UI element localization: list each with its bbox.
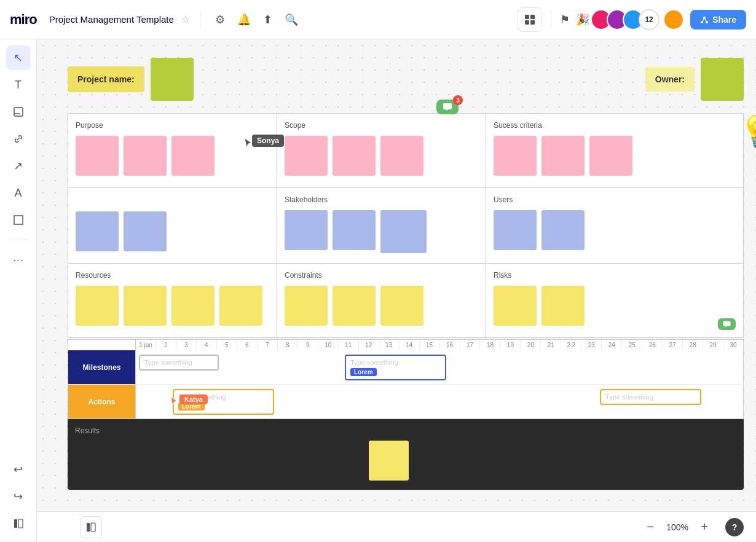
results-sticky[interactable]	[369, 441, 409, 481]
undo-button[interactable]: ↩	[6, 457, 31, 482]
purpose-stickies	[76, 136, 269, 176]
help-button[interactable]: ?	[725, 518, 744, 536]
panel-toggle-btn[interactable]	[80, 516, 102, 538]
owner-sticky[interactable]	[701, 58, 744, 101]
sticky-17[interactable]	[76, 286, 119, 326]
sticky-10[interactable]	[76, 211, 119, 251]
tl-day-10: 10	[318, 340, 339, 350]
sticky-11[interactable]	[124, 211, 167, 251]
tool-cursor[interactable]: ↖	[6, 45, 31, 70]
star-icon[interactable]: ☆	[181, 14, 190, 25]
comment-bubble[interactable]	[718, 318, 736, 330]
sticky-13[interactable]	[333, 210, 376, 250]
zoom-in-button[interactable]: +	[696, 519, 713, 536]
sticky-20[interactable]	[219, 286, 262, 326]
svg-rect-12	[14, 519, 17, 528]
tool-text[interactable]: T	[6, 73, 31, 97]
milestone-badge: Lorem	[350, 368, 377, 376]
search-icon[interactable]: 🔍	[285, 13, 298, 26]
svg-rect-2	[525, 20, 529, 25]
resources-label: Resources	[76, 271, 269, 280]
sticky-25[interactable]	[541, 286, 585, 326]
svg-rect-0	[525, 15, 529, 19]
sticky-1[interactable]	[76, 136, 119, 176]
tool-frame[interactable]	[6, 208, 31, 232]
share-button[interactable]: Share	[690, 10, 746, 29]
cell-risks[interactable]: Risks	[486, 264, 743, 337]
sticky-15[interactable]	[494, 210, 537, 250]
tool-more[interactable]: …	[6, 245, 31, 270]
panel-toggle[interactable]	[6, 511, 31, 536]
action-input-2[interactable]: Type something	[600, 389, 701, 405]
project-sticky[interactable]	[151, 58, 194, 101]
canvas[interactable]: Project name: 3 Owner: Purpose	[37, 39, 756, 542]
tl-day-16: 16	[440, 340, 460, 350]
svg-rect-9	[14, 108, 23, 116]
redo-button[interactable]: ↪	[6, 484, 31, 509]
sticky-16[interactable]	[541, 210, 585, 250]
actions-content[interactable]: Katya Type something Lorem Type somethin…	[136, 385, 743, 418]
header-divider	[200, 10, 200, 29]
bell-icon[interactable]: 🔔	[237, 13, 251, 26]
upload-icon[interactable]: ⬆	[263, 13, 272, 26]
cell-empty[interactable]	[68, 188, 277, 263]
grid-row-3: Resources Constraints	[68, 264, 743, 337]
results-area[interactable]: Results	[68, 419, 744, 490]
sticky-19[interactable]	[171, 286, 215, 326]
cell-users[interactable]: Users 💡	[486, 188, 743, 263]
board-title[interactable]: Project Management Template	[49, 14, 174, 25]
milestone-input-1[interactable]: Type something	[139, 355, 219, 371]
tl-day-14: 14	[400, 340, 420, 350]
header: miro Project Management Template ☆ ⚙ 🔔 ⬆…	[0, 0, 756, 39]
cell-constraints[interactable]: Constraints	[277, 264, 486, 337]
zoom-out-button[interactable]: −	[642, 519, 659, 536]
tool-link[interactable]	[6, 127, 31, 151]
project-label[interactable]: Project name:	[68, 66, 144, 92]
sidebar-separator	[9, 240, 28, 240]
risks-label: Risks	[494, 271, 736, 280]
grid-table: Purpose Scope	[68, 113, 744, 338]
settings-icon[interactable]: ⚙	[215, 13, 225, 26]
flag-icon[interactable]: ⚑	[560, 13, 570, 26]
stakeholders-label: Stakeholders	[285, 195, 478, 204]
chat-bubble-wrapper[interactable]: 3	[436, 100, 459, 114]
tl-day-18: 18	[480, 340, 500, 350]
sticky-18[interactable]	[124, 286, 167, 326]
sticky-7[interactable]	[494, 136, 537, 176]
constraints-label: Constraints	[285, 271, 478, 280]
sticky-5[interactable]	[333, 136, 376, 176]
tool-pen[interactable]: A	[6, 181, 31, 205]
cell-stakeholders[interactable]: Stakeholders	[277, 188, 486, 263]
cell-scope[interactable]: Scope Sonya	[277, 114, 486, 187]
sticky-8[interactable]	[541, 136, 585, 176]
sticky-21[interactable]	[285, 286, 328, 326]
tool-sticky[interactable]	[6, 100, 31, 124]
sticky-14[interactable]	[380, 210, 427, 253]
tl-day-15: 15	[420, 340, 440, 350]
milestone-input-2[interactable]: Type something Lorem	[345, 355, 446, 380]
sticky-24[interactable]	[494, 286, 537, 326]
tl-day-2: 2	[156, 340, 176, 350]
grid-button[interactable]	[518, 7, 542, 32]
constraints-stickies	[285, 286, 478, 326]
purpose-label: Purpose	[76, 121, 269, 130]
cell-success[interactable]: Sucess criteria	[486, 114, 743, 187]
tl-day-26: 26	[642, 340, 663, 350]
tl-day-21: 21	[541, 340, 561, 350]
sticky-2[interactable]	[124, 136, 167, 176]
cell-purpose[interactable]: Purpose	[68, 114, 277, 187]
sticky-22[interactable]	[333, 286, 376, 326]
owner-label[interactable]: Owner:	[645, 67, 695, 92]
sticky-4[interactable]	[285, 136, 328, 176]
stakeholders-stickies	[285, 210, 478, 253]
sticky-9[interactable]	[589, 136, 632, 176]
sticky-12[interactable]	[285, 210, 328, 250]
party-icon[interactable]: 🎉	[576, 13, 589, 26]
cell-resources[interactable]: Resources	[68, 264, 277, 337]
tool-arrow[interactable]: ↗	[6, 154, 31, 178]
share-label: Share	[712, 15, 736, 25]
sticky-6[interactable]	[380, 136, 423, 176]
sticky-3[interactable]	[171, 136, 215, 176]
milestones-content[interactable]: Type something Type something Lorem	[136, 350, 743, 384]
sticky-23[interactable]	[380, 286, 423, 326]
